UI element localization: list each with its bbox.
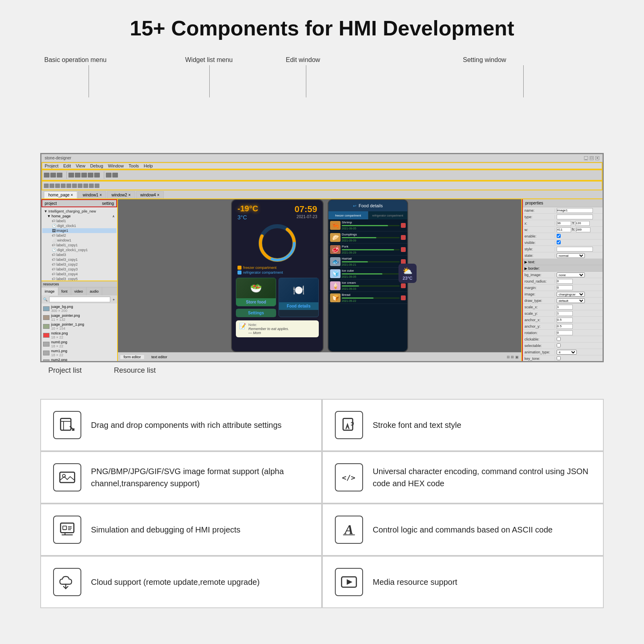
resource-tab-image[interactable]: image	[41, 287, 58, 295]
toolbar2-icon-8[interactable]	[83, 184, 88, 188]
resource-search-bar[interactable]: 🔍 ＋	[41, 295, 117, 303]
tab-window4[interactable]: window4 ×	[136, 191, 164, 198]
prop-rotation-input[interactable]	[557, 330, 573, 335]
close-btn[interactable]: ×	[595, 156, 599, 160]
food-detail-tabs[interactable]: freezer compartment refrigerator compart…	[328, 211, 407, 219]
toolbar2-icon-3[interactable]	[55, 184, 60, 188]
resource-item-notice[interactable]: notice.png18 × 22	[42, 331, 116, 340]
menu-edit[interactable]: Edit	[63, 163, 71, 168]
toolbar-play-icon[interactable]	[106, 173, 111, 178]
resource-tab-font[interactable]: font	[58, 287, 71, 295]
prop-scale-x-input[interactable]	[557, 305, 573, 310]
toolbar2-icon-9[interactable]	[89, 184, 94, 188]
tree-window1[interactable]: ⬜window1	[42, 238, 116, 243]
toolbar2-icon-1[interactable]	[44, 184, 49, 188]
food-delete-bread[interactable]	[401, 295, 406, 300]
resource-search-input[interactable]	[49, 297, 110, 302]
tree-home-page[interactable]: ▼home_page∧	[42, 214, 116, 219]
tree-label2[interactable]: 🏷label2	[42, 233, 116, 238]
minimize-btn[interactable]: _	[584, 156, 588, 160]
menu-view[interactable]: View	[76, 163, 85, 168]
tree-digit-clock1-copy1[interactable]: 🕐digit_clock1_copy1	[42, 248, 116, 252]
prop-round-radius-input[interactable]	[557, 279, 573, 284]
tab-home-page[interactable]: home_page ×	[44, 191, 77, 198]
btn-food-details[interactable]: Food details	[279, 302, 318, 310]
resource-item-juage-pointer[interactable]: juage_pointer.png11 × 132	[42, 313, 116, 322]
prop-animation-type-select[interactable]: 4	[557, 350, 577, 355]
add-resource-btn[interactable]: ＋	[112, 297, 116, 302]
resource-item-juage-pointer1[interactable]: juage_pointer_1.png10 × 154	[42, 322, 116, 331]
maximize-btn[interactable]: □	[590, 156, 594, 160]
btn-store-food[interactable]: Store food	[236, 298, 276, 306]
menu-tools[interactable]: Tools	[128, 163, 139, 168]
prop-key-tone-checkbox[interactable]	[557, 356, 561, 360]
prop-scale-y-input[interactable]	[557, 311, 573, 316]
toolbar-copy-icon[interactable]	[88, 173, 93, 178]
resource-item-juage-bg[interactable]: juage_bg.png300 × 200	[42, 304, 116, 313]
toolbar-undo-icon[interactable]	[68, 173, 74, 178]
toolbar-redo-icon[interactable]	[75, 173, 80, 178]
toolbar-cut-icon[interactable]	[81, 173, 87, 178]
prop-clickable-checkbox[interactable]	[557, 337, 561, 341]
resource-item-num2[interactable]: num2.png18 × 22	[42, 357, 116, 361]
toolbar-paste-icon[interactable]	[94, 173, 100, 178]
food-tab-freezer[interactable]: freezer compartment	[328, 211, 368, 219]
tree-label3[interactable]: 🏷label3	[42, 252, 116, 257]
resource-tab-video[interactable]: video	[71, 287, 87, 295]
toolbar2-group[interactable]	[44, 184, 99, 188]
ide-tabbar[interactable]: home_page × window1 × window2 × window4 …	[41, 190, 603, 199]
phone-food-details-btn[interactable]: 🍽️ Food details	[279, 278, 319, 317]
prop-x-input[interactable]	[557, 221, 571, 226]
food-delete-shrimp[interactable]	[401, 223, 406, 228]
prop-margin-input[interactable]	[557, 285, 573, 290]
ide-toolbar-1[interactable]	[41, 169, 603, 181]
tree-root[interactable]: ▼Intelligent_charging_pile_new	[42, 209, 116, 214]
food-tab-fridge[interactable]: refrigerator compartment	[368, 211, 408, 219]
prop-selectable-checkbox[interactable]	[557, 343, 561, 347]
tree-digit-clock1[interactable]: 🕐digit_clock1	[42, 223, 116, 228]
toolbar-open-icon[interactable]	[50, 173, 56, 178]
tab-window2[interactable]: window2 ×	[107, 191, 135, 198]
food-delete-hairtail[interactable]	[401, 259, 406, 264]
prop-section-text[interactable]: ▶ text:	[523, 259, 603, 265]
prop-y-input[interactable]	[575, 221, 590, 226]
menu-debug[interactable]: Debug	[90, 163, 103, 168]
tree-image1[interactable]: 🖼image1	[42, 228, 116, 233]
prop-section-border[interactable]: ▶ border:	[523, 265, 603, 272]
toolbar2-icon-2[interactable]	[50, 184, 54, 188]
btn-settings[interactable]: Settings	[236, 309, 276, 317]
tree-label3-copy1[interactable]: 🏷label3_copy1	[42, 257, 116, 262]
menu-help[interactable]: Help	[144, 163, 153, 168]
prop-enable-checkbox[interactable]	[557, 234, 561, 238]
tree-label1-copy1[interactable]: 🏷label1_copy1	[42, 243, 116, 248]
prop-draw-type-select[interactable]: default	[557, 298, 585, 303]
toolbar-group-misc[interactable]	[106, 173, 118, 178]
ide-controls[interactable]: _ □ ×	[584, 156, 599, 160]
ide-menubar[interactable]: Project Edit View Debug Window Tools Hel…	[41, 162, 603, 169]
toolbar-save-icon[interactable]	[57, 173, 62, 178]
resource-tab-audio[interactable]: audio	[87, 287, 102, 295]
prop-anchor-x-input[interactable]	[557, 318, 573, 322]
resource-item-num1[interactable]: num1.png18 × 22	[42, 349, 116, 357]
tree-label3-copy3[interactable]: 🏷label3_copy3	[42, 267, 116, 272]
prop-name-input[interactable]	[557, 208, 593, 213]
prop-w-input[interactable]	[557, 227, 571, 232]
food-delete-dumplings[interactable]	[401, 235, 406, 240]
toolbar-group-edit[interactable]	[68, 173, 100, 178]
bottom-tab-form-editor[interactable]: form editor	[120, 355, 144, 359]
ide-bottom-bar[interactable]: form editor text editor ⊞ ⊠ ▣	[118, 352, 521, 361]
prop-h-input[interactable]	[576, 227, 590, 232]
toolbar-stop-icon[interactable]	[112, 173, 118, 178]
resource-tabs[interactable]: image font video audio	[41, 287, 117, 295]
tree-label3-copy5[interactable]: 🏷label3_copy5	[42, 277, 116, 281]
bottom-tab-text-editor[interactable]: text editor	[148, 355, 171, 359]
tree-label3-copy4[interactable]: 🏷label3_copy4	[42, 272, 116, 277]
tree-label3-copy2[interactable]: 🏷label3_copy2	[42, 262, 116, 267]
phone-settings-btn[interactable]: Settings	[236, 309, 276, 317]
prop-visible-checkbox[interactable]	[557, 240, 561, 244]
toolbar2-icon-4[interactable]	[61, 184, 66, 188]
tree-label1[interactable]: 🏷label1	[42, 219, 116, 223]
toolbar2-icon-6[interactable]	[72, 184, 77, 188]
prop-style-input[interactable]	[557, 247, 593, 252]
prop-type-input[interactable]	[557, 215, 593, 219]
